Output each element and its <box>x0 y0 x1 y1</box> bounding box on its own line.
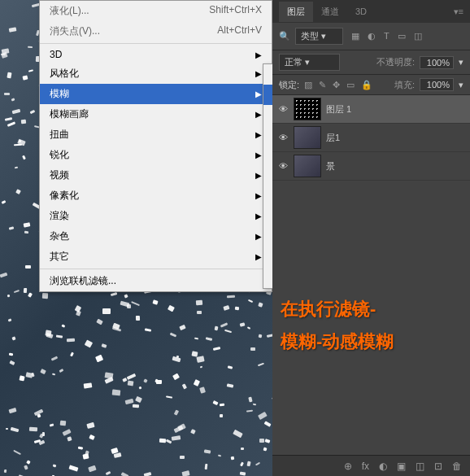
menu-item-3d[interactable]: 3D ▶ <box>40 46 272 63</box>
layer-name[interactable]: 景 <box>326 160 335 172</box>
visibility-icon[interactable]: 👁 <box>277 133 289 142</box>
lock-label: 锁定: <box>279 79 299 91</box>
menu-item-browse-online[interactable]: 浏览联机滤镜... <box>40 271 272 291</box>
menu-item-stylize[interactable]: 风格化 ▶ <box>40 63 272 84</box>
filter-type-dropdown[interactable]: 类型 ▾ <box>295 28 343 45</box>
chevron-right-icon: ▶ <box>255 252 262 261</box>
chevron-down-icon[interactable]: ▾ <box>459 57 463 68</box>
menu-item-noise[interactable]: 杂色 ▶ <box>40 226 272 247</box>
menu-label: 浏览联机滤镜... <box>50 274 116 288</box>
tab-layers[interactable]: 图层 <box>279 2 313 22</box>
filter-shape-icon[interactable]: ▭ <box>398 31 406 41</box>
menu-label: 其它 <box>50 250 69 264</box>
menu-label: 液化(L)... <box>50 4 89 18</box>
layer-thumbnail[interactable] <box>294 98 321 120</box>
dropdown-value: 正常 <box>285 57 302 67</box>
filter-menu: 液化(L)... Shift+Ctrl+X 消失点(V)... Alt+Ctrl… <box>39 0 272 292</box>
filter-text-icon[interactable]: T <box>384 31 389 41</box>
layer-list: 👁 图层 1 👁 层1 👁 景 <box>272 95 470 181</box>
mask-icon[interactable]: ◐ <box>379 461 387 472</box>
menu-label: 3D <box>50 49 62 60</box>
fill-label: 填充: <box>394 79 415 91</box>
menu-label: 渲染 <box>50 209 69 223</box>
menu-label: 模糊画廊 <box>50 107 89 121</box>
chevron-right-icon: ▶ <box>255 171 262 180</box>
menu-item-vanishing-point[interactable]: 消失点(V)... Alt+Ctrl+V <box>40 21 272 41</box>
layer-item[interactable]: 👁 图层 1 <box>272 95 470 124</box>
menu-label: 锐化 <box>50 148 69 162</box>
filter-smart-icon[interactable]: ◫ <box>414 31 422 41</box>
layer-thumbnail[interactable] <box>294 126 321 149</box>
annotation-line: 模糊-动感模糊 <box>281 325 394 358</box>
tab-3d[interactable]: 3D <box>347 2 375 20</box>
fill-input[interactable]: 100% <box>420 78 454 91</box>
layer-name[interactable]: 层1 <box>326 132 340 144</box>
layer-item[interactable]: 👁 层1 <box>272 124 470 152</box>
filter-pixel-icon[interactable]: ▦ <box>351 31 359 41</box>
chevron-down-icon[interactable]: ▾ <box>459 80 463 90</box>
annotation-line: 在执行滤镜- <box>281 293 394 325</box>
group-icon[interactable]: ◫ <box>416 461 424 472</box>
blend-mode-row: 正常 ▾ 不透明度: 100% ▾ <box>272 50 470 75</box>
visibility-icon[interactable]: 👁 <box>277 104 289 114</box>
lock-pixels-icon[interactable]: ✎ <box>319 80 326 90</box>
link-layers-icon[interactable]: ⊕ <box>344 461 352 472</box>
blend-mode-dropdown[interactable]: 正常 ▾ <box>279 54 340 71</box>
menu-label: 视频 <box>50 168 69 182</box>
chevron-right-icon: ▶ <box>255 212 262 221</box>
visibility-icon[interactable]: 👁 <box>277 161 289 171</box>
chevron-right-icon: ▶ <box>255 191 262 200</box>
chevron-right-icon: ▶ <box>255 69 262 78</box>
panel-tabs: 图层 通道 3D ▾≡ <box>272 0 470 23</box>
lock-transparency-icon[interactable]: ▨ <box>304 80 312 90</box>
menu-item-blur-gallery[interactable]: 模糊画廊 ▶ <box>40 104 272 124</box>
layer-name[interactable]: 图层 1 <box>326 103 351 116</box>
layers-panel: 图层 通道 3D ▾≡ 🔍 类型 ▾ ▦ ◐ T ▭ ◫ 正常 ▾ 不透明度: … <box>272 0 470 476</box>
menu-item-other[interactable]: 其它 ▶ <box>40 247 272 267</box>
menu-item-blur[interactable]: 模糊 ▶ <box>40 84 272 104</box>
filter-icons: ▦ ◐ T ▭ ◫ <box>351 31 422 41</box>
dropdown-value: 类型 <box>301 31 319 41</box>
chevron-right-icon: ▶ <box>255 151 262 159</box>
menu-shortcut: Shift+Ctrl+X <box>209 4 262 18</box>
menu-item-liquify[interactable]: 液化(L)... Shift+Ctrl+X <box>40 1 272 21</box>
opacity-label: 不透明度: <box>376 56 415 68</box>
menu-item-video[interactable]: 视频 ▶ <box>40 165 272 186</box>
lock-row: 锁定: ▨ ✎ ✥ ▭ 🔒 填充: 100% ▾ <box>272 75 470 95</box>
menu-item-sharpen[interactable]: 锐化 ▶ <box>40 145 272 165</box>
panel-menu-icon[interactable]: ▾≡ <box>447 7 470 17</box>
chevron-right-icon: ▶ <box>255 130 262 139</box>
menu-item-distort[interactable]: 扭曲 ▶ <box>40 124 272 145</box>
menu-divider <box>40 43 272 44</box>
tab-channels[interactable]: 通道 <box>313 2 347 22</box>
lock-all-icon[interactable]: 🔒 <box>361 80 372 90</box>
trash-icon[interactable]: 🗑 <box>452 461 462 472</box>
lock-artboard-icon[interactable]: ▭ <box>346 80 355 90</box>
chevron-right-icon: ▶ <box>255 90 262 98</box>
chevron-right-icon: ▶ <box>255 50 262 59</box>
layers-bottom-bar: ⊕ fx ◐ ▣ ◫ ⊡ 🗑 <box>272 455 470 476</box>
menu-label: 像素化 <box>50 189 79 203</box>
filter-adjustment-icon[interactable]: ◐ <box>368 31 376 41</box>
menu-label: 消失点(V)... <box>50 24 100 38</box>
menu-item-pixelate[interactable]: 像素化 ▶ <box>40 186 272 206</box>
annotation-text: 在执行滤镜- 模糊-动感模糊 <box>281 293 394 357</box>
opacity-input[interactable]: 100% <box>420 56 454 69</box>
menu-item-render[interactable]: 渲染 ▶ <box>40 206 272 226</box>
menu-label: 杂色 <box>50 229 69 243</box>
chevron-right-icon: ▶ <box>255 110 262 119</box>
menu-label: 扭曲 <box>50 128 69 142</box>
chevron-right-icon: ▶ <box>255 232 262 241</box>
menu-label: 模糊 <box>50 87 69 101</box>
lock-position-icon[interactable]: ✥ <box>333 80 340 90</box>
layer-item[interactable]: 👁 景 <box>272 152 470 181</box>
menu-label: 风格化 <box>50 67 79 81</box>
menu-shortcut: Alt+Ctrl+V <box>217 24 262 38</box>
fx-icon[interactable]: fx <box>362 461 369 472</box>
new-layer-icon[interactable]: ⊡ <box>434 461 442 472</box>
layer-filter-row: 🔍 类型 ▾ ▦ ◐ T ▭ ◫ <box>272 23 470 50</box>
adjustment-icon[interactable]: ▣ <box>397 461 406 472</box>
layer-thumbnail[interactable] <box>294 155 321 177</box>
search-icon: 🔍 <box>279 31 290 41</box>
menu-divider <box>40 269 272 269</box>
